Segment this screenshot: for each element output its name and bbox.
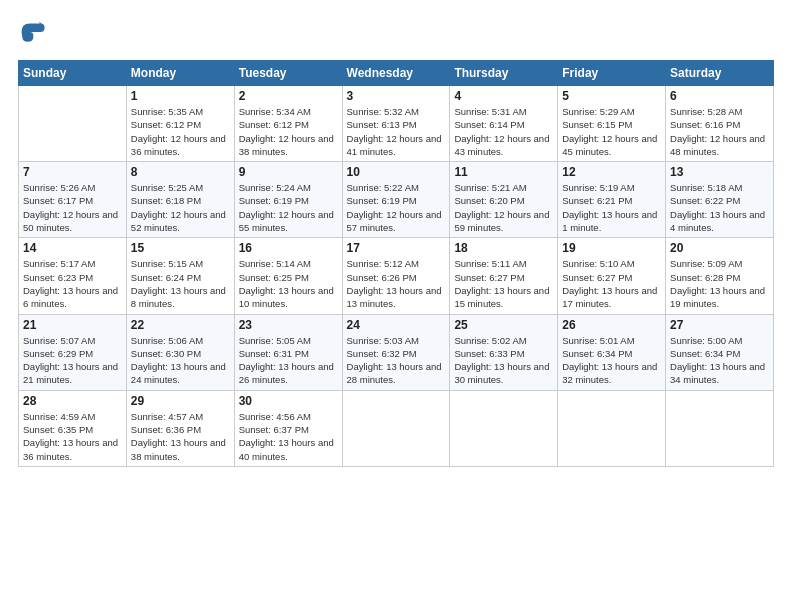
calendar-day-cell: 14Sunrise: 5:17 AMSunset: 6:23 PMDayligh… bbox=[19, 238, 127, 314]
day-info: Sunrise: 4:57 AMSunset: 6:36 PMDaylight:… bbox=[131, 410, 230, 463]
header bbox=[18, 18, 774, 46]
day-info: Sunrise: 5:18 AMSunset: 6:22 PMDaylight:… bbox=[670, 181, 769, 234]
day-number: 21 bbox=[23, 318, 122, 332]
day-info: Sunrise: 5:10 AMSunset: 6:27 PMDaylight:… bbox=[562, 257, 661, 310]
day-info: Sunrise: 5:06 AMSunset: 6:30 PMDaylight:… bbox=[131, 334, 230, 387]
calendar-day-cell: 29Sunrise: 4:57 AMSunset: 6:36 PMDayligh… bbox=[126, 390, 234, 466]
calendar-day-cell bbox=[558, 390, 666, 466]
day-info: Sunrise: 5:11 AMSunset: 6:27 PMDaylight:… bbox=[454, 257, 553, 310]
day-number: 19 bbox=[562, 241, 661, 255]
day-info: Sunrise: 4:59 AMSunset: 6:35 PMDaylight:… bbox=[23, 410, 122, 463]
day-info: Sunrise: 5:07 AMSunset: 6:29 PMDaylight:… bbox=[23, 334, 122, 387]
calendar-day-cell: 15Sunrise: 5:15 AMSunset: 6:24 PMDayligh… bbox=[126, 238, 234, 314]
calendar-day-cell: 2Sunrise: 5:34 AMSunset: 6:12 PMDaylight… bbox=[234, 86, 342, 162]
day-number: 5 bbox=[562, 89, 661, 103]
calendar-day-cell: 30Sunrise: 4:56 AMSunset: 6:37 PMDayligh… bbox=[234, 390, 342, 466]
day-number: 8 bbox=[131, 165, 230, 179]
day-number: 28 bbox=[23, 394, 122, 408]
logo bbox=[18, 18, 48, 46]
calendar-day-cell: 16Sunrise: 5:14 AMSunset: 6:25 PMDayligh… bbox=[234, 238, 342, 314]
day-number: 25 bbox=[454, 318, 553, 332]
day-info: Sunrise: 5:19 AMSunset: 6:21 PMDaylight:… bbox=[562, 181, 661, 234]
calendar-day-cell: 24Sunrise: 5:03 AMSunset: 6:32 PMDayligh… bbox=[342, 314, 450, 390]
day-info: Sunrise: 5:34 AMSunset: 6:12 PMDaylight:… bbox=[239, 105, 338, 158]
calendar-day-cell: 7Sunrise: 5:26 AMSunset: 6:17 PMDaylight… bbox=[19, 162, 127, 238]
calendar-day-cell: 20Sunrise: 5:09 AMSunset: 6:28 PMDayligh… bbox=[666, 238, 774, 314]
weekday-header: Friday bbox=[558, 61, 666, 86]
day-number: 26 bbox=[562, 318, 661, 332]
day-info: Sunrise: 5:24 AMSunset: 6:19 PMDaylight:… bbox=[239, 181, 338, 234]
day-number: 1 bbox=[131, 89, 230, 103]
day-number: 14 bbox=[23, 241, 122, 255]
day-number: 6 bbox=[670, 89, 769, 103]
calendar-header-row: SundayMondayTuesdayWednesdayThursdayFrid… bbox=[19, 61, 774, 86]
calendar-week-row: 1Sunrise: 5:35 AMSunset: 6:12 PMDaylight… bbox=[19, 86, 774, 162]
day-info: Sunrise: 5:31 AMSunset: 6:14 PMDaylight:… bbox=[454, 105, 553, 158]
calendar-day-cell: 12Sunrise: 5:19 AMSunset: 6:21 PMDayligh… bbox=[558, 162, 666, 238]
calendar-day-cell: 9Sunrise: 5:24 AMSunset: 6:19 PMDaylight… bbox=[234, 162, 342, 238]
weekday-header: Monday bbox=[126, 61, 234, 86]
day-number: 7 bbox=[23, 165, 122, 179]
calendar-day-cell: 3Sunrise: 5:32 AMSunset: 6:13 PMDaylight… bbox=[342, 86, 450, 162]
day-info: Sunrise: 5:29 AMSunset: 6:15 PMDaylight:… bbox=[562, 105, 661, 158]
day-number: 11 bbox=[454, 165, 553, 179]
day-number: 27 bbox=[670, 318, 769, 332]
calendar-day-cell: 13Sunrise: 5:18 AMSunset: 6:22 PMDayligh… bbox=[666, 162, 774, 238]
day-number: 30 bbox=[239, 394, 338, 408]
calendar-day-cell: 26Sunrise: 5:01 AMSunset: 6:34 PMDayligh… bbox=[558, 314, 666, 390]
day-info: Sunrise: 5:05 AMSunset: 6:31 PMDaylight:… bbox=[239, 334, 338, 387]
day-info: Sunrise: 5:26 AMSunset: 6:17 PMDaylight:… bbox=[23, 181, 122, 234]
calendar-week-row: 14Sunrise: 5:17 AMSunset: 6:23 PMDayligh… bbox=[19, 238, 774, 314]
calendar-day-cell: 27Sunrise: 5:00 AMSunset: 6:34 PMDayligh… bbox=[666, 314, 774, 390]
calendar-day-cell: 8Sunrise: 5:25 AMSunset: 6:18 PMDaylight… bbox=[126, 162, 234, 238]
calendar-day-cell: 10Sunrise: 5:22 AMSunset: 6:19 PMDayligh… bbox=[342, 162, 450, 238]
day-number: 20 bbox=[670, 241, 769, 255]
day-number: 3 bbox=[347, 89, 446, 103]
calendar-day-cell: 28Sunrise: 4:59 AMSunset: 6:35 PMDayligh… bbox=[19, 390, 127, 466]
calendar-day-cell: 6Sunrise: 5:28 AMSunset: 6:16 PMDaylight… bbox=[666, 86, 774, 162]
day-info: Sunrise: 4:56 AMSunset: 6:37 PMDaylight:… bbox=[239, 410, 338, 463]
weekday-header: Tuesday bbox=[234, 61, 342, 86]
calendar-day-cell: 25Sunrise: 5:02 AMSunset: 6:33 PMDayligh… bbox=[450, 314, 558, 390]
day-number: 16 bbox=[239, 241, 338, 255]
day-number: 29 bbox=[131, 394, 230, 408]
calendar-day-cell bbox=[666, 390, 774, 466]
day-info: Sunrise: 5:22 AMSunset: 6:19 PMDaylight:… bbox=[347, 181, 446, 234]
weekday-header: Wednesday bbox=[342, 61, 450, 86]
day-info: Sunrise: 5:14 AMSunset: 6:25 PMDaylight:… bbox=[239, 257, 338, 310]
day-number: 23 bbox=[239, 318, 338, 332]
day-info: Sunrise: 5:25 AMSunset: 6:18 PMDaylight:… bbox=[131, 181, 230, 234]
day-info: Sunrise: 5:12 AMSunset: 6:26 PMDaylight:… bbox=[347, 257, 446, 310]
day-info: Sunrise: 5:35 AMSunset: 6:12 PMDaylight:… bbox=[131, 105, 230, 158]
calendar-day-cell: 5Sunrise: 5:29 AMSunset: 6:15 PMDaylight… bbox=[558, 86, 666, 162]
day-number: 17 bbox=[347, 241, 446, 255]
calendar-week-row: 28Sunrise: 4:59 AMSunset: 6:35 PMDayligh… bbox=[19, 390, 774, 466]
day-number: 22 bbox=[131, 318, 230, 332]
weekday-header: Sunday bbox=[19, 61, 127, 86]
day-number: 24 bbox=[347, 318, 446, 332]
calendar-day-cell: 23Sunrise: 5:05 AMSunset: 6:31 PMDayligh… bbox=[234, 314, 342, 390]
day-info: Sunrise: 5:03 AMSunset: 6:32 PMDaylight:… bbox=[347, 334, 446, 387]
day-number: 18 bbox=[454, 241, 553, 255]
day-number: 2 bbox=[239, 89, 338, 103]
calendar-day-cell: 21Sunrise: 5:07 AMSunset: 6:29 PMDayligh… bbox=[19, 314, 127, 390]
calendar-day-cell: 22Sunrise: 5:06 AMSunset: 6:30 PMDayligh… bbox=[126, 314, 234, 390]
calendar-day-cell: 11Sunrise: 5:21 AMSunset: 6:20 PMDayligh… bbox=[450, 162, 558, 238]
calendar-week-row: 7Sunrise: 5:26 AMSunset: 6:17 PMDaylight… bbox=[19, 162, 774, 238]
calendar-week-row: 21Sunrise: 5:07 AMSunset: 6:29 PMDayligh… bbox=[19, 314, 774, 390]
day-info: Sunrise: 5:21 AMSunset: 6:20 PMDaylight:… bbox=[454, 181, 553, 234]
day-number: 4 bbox=[454, 89, 553, 103]
day-info: Sunrise: 5:28 AMSunset: 6:16 PMDaylight:… bbox=[670, 105, 769, 158]
calendar-day-cell: 4Sunrise: 5:31 AMSunset: 6:14 PMDaylight… bbox=[450, 86, 558, 162]
calendar-day-cell bbox=[450, 390, 558, 466]
weekday-header: Saturday bbox=[666, 61, 774, 86]
logo-icon bbox=[18, 18, 46, 46]
calendar-day-cell: 18Sunrise: 5:11 AMSunset: 6:27 PMDayligh… bbox=[450, 238, 558, 314]
day-info: Sunrise: 5:15 AMSunset: 6:24 PMDaylight:… bbox=[131, 257, 230, 310]
calendar-day-cell: 17Sunrise: 5:12 AMSunset: 6:26 PMDayligh… bbox=[342, 238, 450, 314]
day-number: 9 bbox=[239, 165, 338, 179]
day-info: Sunrise: 5:32 AMSunset: 6:13 PMDaylight:… bbox=[347, 105, 446, 158]
weekday-header: Thursday bbox=[450, 61, 558, 86]
day-info: Sunrise: 5:09 AMSunset: 6:28 PMDaylight:… bbox=[670, 257, 769, 310]
day-info: Sunrise: 5:02 AMSunset: 6:33 PMDaylight:… bbox=[454, 334, 553, 387]
